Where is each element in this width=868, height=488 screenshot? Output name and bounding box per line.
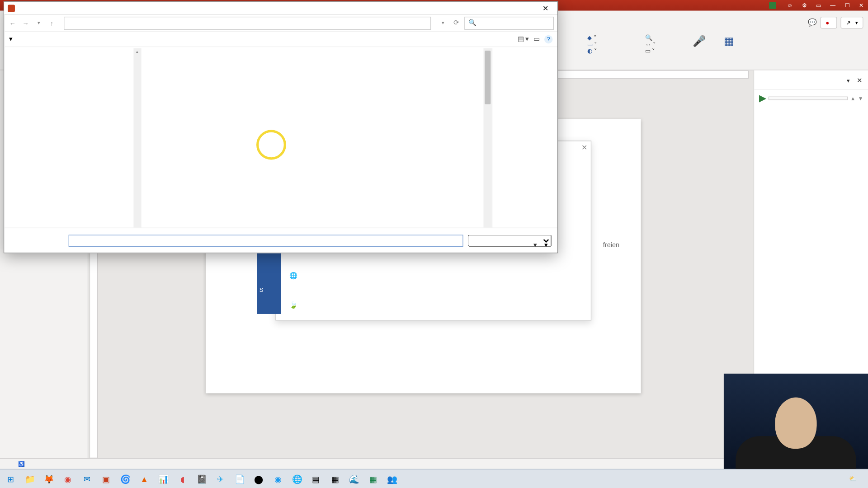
- webcam-overlay: [724, 374, 868, 469]
- dialog-close-button[interactable]: ✕: [537, 3, 554, 14]
- nav-back-icon[interactable]: ←: [8, 19, 17, 27]
- search-icon: 🔍: [468, 19, 476, 27]
- tb-app2-icon[interactable]: 📊: [155, 471, 172, 486]
- insert-picture-dialog: ✕ ← → ▾ ↑ ▾ ⟳ 🔍 ▾ ▤ ▾ ▭ ? ▴: [4, 1, 558, 253]
- nav-recent-icon[interactable]: ▾: [34, 20, 43, 26]
- tb-firefox-icon[interactable]: 🦊: [41, 471, 57, 486]
- weather-icon[interactable]: ⛅: [849, 475, 856, 482]
- globe-icon: 🌐: [284, 266, 302, 284]
- dialog-toolbar: ▾ ▤ ▾ ▭ ?: [4, 32, 557, 47]
- tb-excel-icon[interactable]: ▦: [365, 471, 382, 486]
- comment-icon[interactable]: 💬: [808, 19, 817, 27]
- preview-pane-icon[interactable]: ▭: [533, 35, 539, 43]
- tb-vlc-icon[interactable]: ▲: [136, 471, 153, 486]
- play-icon[interactable]: ▶: [759, 92, 766, 103]
- record-button[interactable]: ●: [820, 17, 837, 28]
- open-split-icon[interactable]: ▾: [544, 241, 548, 249]
- tb-app5-icon[interactable]: ⬤: [250, 471, 267, 486]
- rib-fill[interactable]: ◆ ˅: [587, 34, 597, 41]
- minimize-icon[interactable]: —: [829, 2, 837, 9]
- start-button[interactable]: ⊞: [2, 471, 19, 486]
- tb-teams-icon[interactable]: 👥: [384, 471, 401, 486]
- windows-taskbar[interactable]: ⊞ 📁 🦊 ◉ ✉ ▣ 🌀 ▲ 📊 ◖ 📓 ✈ 📄 ⬤ ◉ 🌐 ▤ ▦ 🌊 ▦ …: [0, 469, 868, 488]
- rib-select[interactable]: ▭ ˅: [645, 47, 656, 54]
- nav-up-icon[interactable]: ↑: [47, 19, 57, 27]
- refresh-icon[interactable]: ⟳: [451, 19, 461, 27]
- rib-find[interactable]: 🔍: [645, 34, 656, 41]
- rib-outline[interactable]: ▭ ˅: [587, 41, 597, 48]
- tb-app4-icon[interactable]: 📄: [231, 471, 248, 486]
- free-text-stub: freien: [603, 241, 619, 249]
- dialog-footer: [4, 228, 557, 253]
- tb-edge-icon[interactable]: 🌊: [346, 471, 363, 486]
- open-button[interactable]: ▾: [544, 241, 548, 249]
- tb-app1-icon[interactable]: 🌀: [117, 471, 133, 486]
- face-icon[interactable]: ☺: [786, 2, 794, 9]
- file-grid[interactable]: [142, 48, 492, 228]
- breadcrumb[interactable]: [64, 16, 431, 29]
- pp-app-icon: [8, 5, 15, 12]
- anim-close-icon[interactable]: ✕: [857, 77, 862, 84]
- nav-fwd-icon[interactable]: →: [21, 19, 30, 27]
- tb-onenote-icon[interactable]: 📓: [193, 471, 210, 486]
- anim-chevron-icon[interactable]: ▾: [847, 77, 850, 84]
- maximize-icon[interactable]: ☐: [843, 2, 851, 9]
- dialog-nav: ← → ▾ ↑ ▾ ⟳ 🔍: [4, 15, 557, 32]
- tb-powerpoint-icon[interactable]: ▣: [98, 471, 114, 486]
- tb-app3-icon[interactable]: ◖: [174, 471, 191, 486]
- view-mode-icon[interactable]: ▤ ▾: [518, 35, 529, 43]
- rib-effects[interactable]: ◐ ˅: [587, 47, 597, 54]
- status-access[interactable]: ♿: [18, 461, 25, 467]
- pictogram-row[interactable]: 🍃: [276, 290, 591, 320]
- settings-icon[interactable]: ⚙: [800, 2, 808, 9]
- play-all-button[interactable]: [769, 96, 848, 100]
- tb-app7-icon[interactable]: 🌐: [288, 471, 305, 486]
- pp-user-avatar: [769, 2, 776, 9]
- tb-explorer-icon[interactable]: 📁: [21, 471, 38, 486]
- search-input[interactable]: 🔍: [464, 16, 554, 29]
- filename-input[interactable]: [69, 235, 463, 246]
- leaf-icon: 🍃: [284, 296, 302, 314]
- tb-app9-icon[interactable]: ▦: [327, 471, 344, 486]
- rib-replace[interactable]: ↔ ˅: [645, 41, 656, 48]
- designer-button[interactable]: ▦: [724, 34, 734, 47]
- tb-app6-icon[interactable]: ◉: [269, 471, 286, 486]
- tb-chrome-icon[interactable]: ◉: [60, 471, 76, 486]
- tb-app8-icon[interactable]: ▤: [307, 471, 324, 486]
- dialog-titlebar[interactable]: ✕: [4, 2, 557, 15]
- popup-close-icon[interactable]: ✕: [581, 144, 587, 152]
- tb-outlook-icon[interactable]: ✉: [79, 471, 95, 486]
- tree-scrollbar[interactable]: ▴: [133, 48, 141, 228]
- window-icon[interactable]: ▭: [814, 2, 822, 9]
- dictate-button[interactable]: 🎤: [693, 34, 706, 47]
- share-button[interactable]: ↗▾: [840, 17, 863, 28]
- system-tray[interactable]: ⛅: [849, 475, 866, 482]
- online-pictures-row[interactable]: 🌐: [276, 260, 591, 290]
- crumb-dropdown-icon[interactable]: ▾: [438, 20, 448, 26]
- close-icon[interactable]: ✕: [857, 2, 865, 9]
- help-icon[interactable]: ?: [544, 35, 552, 43]
- organize-button[interactable]: ▾: [9, 35, 13, 43]
- pp-user[interactable]: [767, 2, 776, 9]
- grid-scrollbar[interactable]: [483, 48, 491, 228]
- tools-button[interactable]: ▾: [533, 241, 537, 249]
- anim-up-icon[interactable]: ▲: [850, 95, 856, 101]
- folder-tree[interactable]: ▴: [4, 48, 141, 228]
- preview-pane: [492, 48, 557, 228]
- blue-stub: S: [257, 249, 281, 314]
- anim-down-icon[interactable]: ▼: [858, 95, 863, 101]
- tb-telegram-icon[interactable]: ✈: [212, 471, 229, 486]
